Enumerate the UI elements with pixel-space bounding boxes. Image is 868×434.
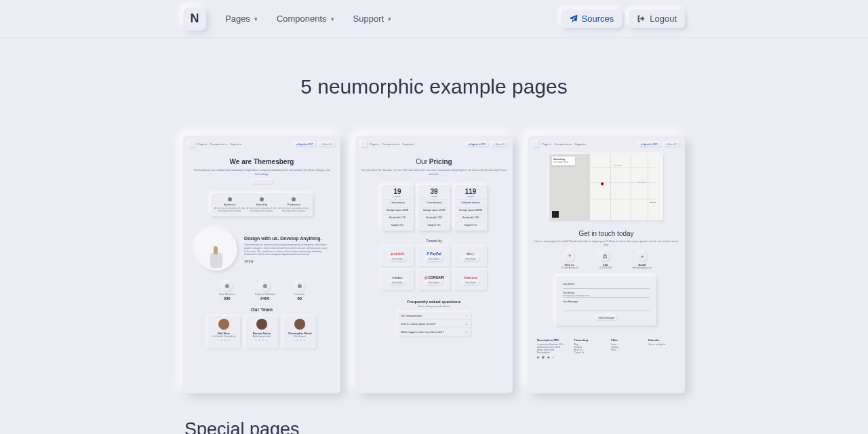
team-heading: Our Team	[189, 307, 335, 312]
faq-heading: Frequently asked questions	[361, 300, 507, 304]
pill-button	[251, 180, 273, 184]
about-subtitle: Themesberg is an independent branding & …	[189, 168, 335, 176]
price-card: 39/month2 free domainsStorage space 50GB…	[418, 185, 450, 231]
trust-card: P PayPalSee all jobs	[418, 246, 450, 267]
faq-accordion: Our interpretation− Is this a subscripti…	[397, 312, 471, 336]
contact-subtitle: Have a new project in mind? Need help wi…	[533, 239, 679, 246]
map-layers-icon	[552, 211, 559, 218]
nav-pages[interactable]: Pages▾	[225, 14, 258, 24]
trusted-label: Trusted by	[361, 239, 507, 243]
example-page-pricing[interactable]: Pages ▾Components ▾Support ▾ ◈ Upgrade t…	[355, 136, 513, 393]
logout-icon	[637, 14, 646, 23]
contact-heading: Get in touch today	[533, 230, 679, 237]
pricing-subtitle: Our pricing is fair. No risk, no fees. W…	[361, 168, 507, 176]
logout-button[interactable]: Logout	[629, 9, 685, 28]
room-image	[195, 229, 237, 271]
signature: Jenny	[244, 259, 328, 263]
headset-icon: 🎧	[600, 252, 610, 261]
thumb-nav: Pages ▾Components ▾Support ▾ ◈ Upgrade t…	[361, 141, 507, 147]
map-search: themesbergView larger map	[552, 157, 575, 165]
example-page-about[interactable]: Pages ▾Components ▾Support ▾ ◈ Upgrade t…	[183, 136, 340, 393]
trust-card: PinterestSee all jobs	[454, 270, 487, 290]
mail-icon: ✉	[637, 252, 647, 261]
chevron-down-icon: ▾	[254, 16, 258, 22]
trust-card: ⛵CORSAIRSee all jobs	[418, 270, 450, 290]
paper-plane-icon	[569, 14, 578, 23]
top-nav: N Pages▾ Components▾ Support▾ Sources Lo…	[0, 0, 868, 38]
chevron-down-icon: ▾	[388, 16, 391, 22]
hero-title: 5 neumorphic example pages	[0, 75, 868, 98]
trust-card: ebaySee all jobs	[454, 246, 487, 267]
trust-card: ◈ airbnbSee all jobs	[381, 246, 414, 267]
send-button: Send message	[595, 315, 617, 320]
contact-form: Your Name Your Emailexample@company.com …	[556, 276, 656, 326]
team-card: Bonnie GreenMarketing specialist▪ ▪ ▪ ▪	[245, 316, 278, 349]
price-card: 119/monthUnlimited domainStorage space 1…	[454, 185, 487, 231]
team-card: Neil SimsCo-Founder Themesberg▪ ▪ ▪ ▪	[208, 316, 240, 349]
example-page-contact[interactable]: Pages ▾Components ▾Support ▾ ◈ Upgrade t…	[528, 136, 685, 393]
special-pages-heading: Special pages	[184, 419, 868, 434]
team-card: Christopher WoodWeb designer▪ ▪ ▪ ▪	[283, 316, 316, 349]
nav-support[interactable]: Support▾	[353, 14, 392, 24]
location-icon: 📍	[565, 252, 574, 261]
price-card: 19/month1 free domainStorage space 25GBB…	[381, 185, 414, 231]
brand-logo[interactable]: N	[183, 7, 206, 31]
example-pages-row: Pages ▾Components ▾Support ▾ ◈ Upgrade t…	[0, 136, 868, 393]
thumb-nav: Pages ▾Components ▾Support ▾ ◈ Upgrade t…	[189, 141, 335, 147]
pricing-heading: Our Pricing	[361, 158, 507, 165]
sources-button[interactable]: Sources	[561, 9, 623, 28]
nav-components[interactable]: Components▾	[277, 14, 334, 24]
chevron-down-icon: ▾	[331, 16, 334, 22]
about-heading: We are Themesberg	[189, 158, 335, 165]
map: Burlingame San Mateo Belmont themesbergV…	[549, 154, 663, 220]
trust-card: ForbesSee all jobs	[381, 270, 414, 290]
thumb-nav: Pages ▾Components ▾Support ▾ ◈ Upgrade t…	[533, 141, 679, 147]
features-box: AudienceAt vero eos et accusamus et iust…	[211, 193, 313, 216]
